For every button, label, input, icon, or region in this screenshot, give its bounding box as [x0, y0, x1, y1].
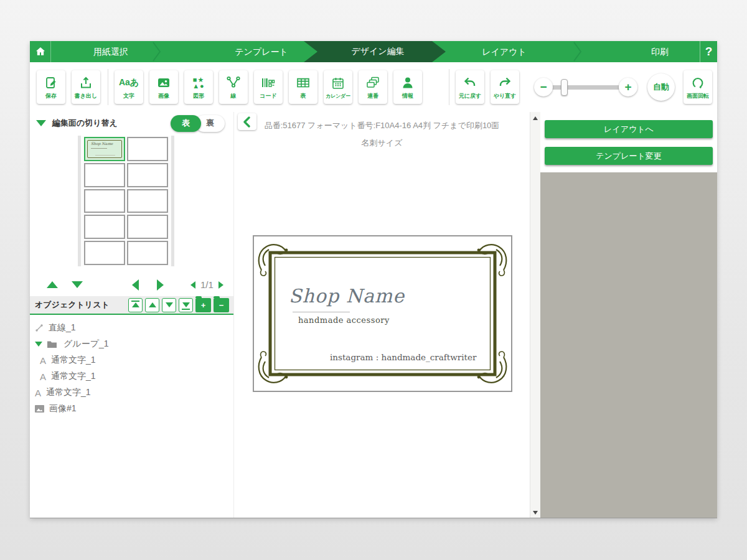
object-label: グループ_1 [63, 338, 109, 350]
shape-tool-button[interactable]: ■★▲● 図形 [184, 70, 213, 104]
rotate-view-button[interactable]: 画面回転 [684, 70, 712, 104]
mini-card-line [95, 155, 115, 156]
prev-page-icon[interactable] [190, 281, 195, 289]
group-remove-button[interactable]: − [214, 298, 229, 312]
redo-icon [497, 74, 512, 91]
group-expand-icon[interactable] [35, 342, 42, 347]
front-side-button[interactable]: 表 [171, 115, 201, 132]
card-subtitle[interactable]: handmade accessory [298, 315, 390, 325]
design-canvas[interactable]: 品番:51677 フォーマット番号:F10A4-16 A4判 フチまで印刷10面… [233, 112, 530, 518]
card-shop-name[interactable]: Shop Name [289, 285, 405, 307]
undo-button[interactable]: 元に戻す [456, 70, 484, 104]
info-tool-button[interactable]: 情報 [393, 70, 422, 104]
image-tool-icon [156, 74, 171, 91]
text-object-icon: A [35, 388, 41, 398]
bring-forward-button[interactable] [145, 298, 159, 312]
label-cell[interactable] [127, 241, 168, 265]
text-tool-label: 文字 [123, 92, 134, 100]
nav-step-print[interactable]: 印刷 [651, 41, 669, 62]
move-left-arrow-icon[interactable] [132, 279, 139, 291]
label-cell[interactable] [84, 163, 125, 187]
object-item-text[interactable]: A 通常文字_1 [30, 352, 233, 368]
object-list-title: オブジェクトリスト [35, 299, 110, 310]
label-cell[interactable] [127, 215, 168, 239]
object-item-text[interactable]: A 通常文字_1 [30, 385, 233, 401]
page-indicator: 1/1 [200, 279, 214, 290]
scroll-down-icon[interactable] [533, 511, 538, 515]
code-tool-label: コード [260, 92, 276, 100]
export-button[interactable]: 書き出し [72, 70, 100, 104]
move-right-arrow-icon[interactable] [157, 279, 164, 291]
move-up-arrow-icon[interactable] [47, 281, 58, 288]
serial-number-tool-button[interactable]: 連番 [359, 70, 387, 104]
send-backward-button[interactable] [162, 298, 176, 312]
home-button[interactable] [30, 41, 51, 62]
redo-label: やり直す [494, 92, 517, 100]
object-list-header: オブジェクトリスト + − [30, 296, 233, 315]
object-item-image[interactable]: 画像#1 [30, 401, 233, 417]
zoom-in-button[interactable]: + [619, 78, 637, 96]
label-cell[interactable] [84, 215, 125, 239]
collapse-section-icon[interactable] [36, 120, 46, 126]
undo-label: 元に戻す [459, 92, 481, 100]
step-nav: 用紙選択 テンプレート デザイン編集 レイアウト 印刷 ? [30, 41, 717, 62]
nav-step-paper[interactable]: 用紙選択 [93, 41, 128, 62]
home-icon [34, 45, 47, 58]
nav-step-design-active[interactable]: デザイン編集 [304, 41, 446, 62]
change-template-button[interactable]: テンプレート変更 [545, 147, 713, 165]
to-layout-button[interactable]: レイアウトへ [545, 120, 713, 138]
shape-tool-icon: ■★▲● [192, 74, 205, 91]
canvas-scrollbar[interactable] [530, 112, 540, 518]
label-cell[interactable] [127, 189, 168, 213]
line-tool-icon [226, 74, 241, 91]
label-cell-selected[interactable]: Shop Name [84, 137, 125, 161]
move-down-arrow-icon[interactable] [72, 281, 83, 288]
calendar-tool-button[interactable]: カレンダー [324, 70, 352, 104]
code-tool-button[interactable]: コード [254, 70, 283, 104]
label-cell[interactable] [127, 137, 168, 161]
label-cell[interactable] [127, 163, 168, 187]
chevron-left-icon [242, 116, 252, 128]
save-label: 保存 [45, 92, 57, 100]
nav-step-layout[interactable]: レイアウト [482, 41, 527, 62]
text-object-icon: A [40, 371, 46, 382]
image-tool-label: 画像 [158, 92, 169, 100]
toolbar-divider [108, 69, 108, 105]
calendar-icon [331, 75, 345, 92]
send-to-back-button[interactable] [179, 298, 193, 312]
object-label: 通常文字_1 [51, 355, 96, 366]
object-item-group[interactable]: グループ_1 [30, 336, 233, 352]
object-item-line[interactable]: 直線_1 [30, 320, 233, 336]
help-button[interactable]: ? [700, 41, 717, 62]
save-button[interactable]: 保存 [37, 70, 65, 104]
shape-tool-label: 図形 [193, 92, 204, 100]
business-card[interactable]: Shop Name handmade accessory instagram :… [253, 235, 512, 392]
zoom-out-button[interactable]: − [534, 78, 553, 96]
text-object-icon: A [40, 355, 46, 366]
zoom-slider[interactable] [551, 85, 621, 90]
bring-to-front-button[interactable] [128, 298, 143, 312]
line-tool-button[interactable]: 線 [219, 70, 248, 104]
serial-number-icon [365, 74, 380, 91]
collapse-panel-button[interactable] [238, 113, 256, 130]
object-order-buttons: + − [128, 298, 229, 312]
card-instagram-text[interactable]: instagram : handmade_craftwriter [330, 352, 476, 362]
table-tool-button[interactable]: 表 [289, 70, 317, 104]
page-nav: 1/1 [190, 279, 223, 290]
scroll-up-icon[interactable] [533, 116, 538, 120]
step-separator-icon [152, 41, 162, 62]
auto-zoom-button[interactable]: 自動 [647, 73, 675, 101]
text-tool-button[interactable]: Aaあ 文字 [115, 70, 143, 104]
object-item-text[interactable]: A 通常文字_1 [30, 368, 233, 385]
zoom-slider-handle[interactable] [561, 79, 568, 96]
label-cell[interactable] [84, 189, 125, 213]
image-tool-button[interactable]: 画像 [149, 70, 178, 104]
card-underline [293, 312, 350, 312]
object-label: 画像#1 [49, 403, 77, 414]
nav-step-template[interactable]: テンプレート [235, 41, 288, 62]
next-page-icon[interactable] [218, 281, 223, 289]
group-add-button[interactable]: + [195, 298, 211, 312]
object-list: 直線_1 グループ_1 A 通常文字_1 A 通常文字_1 [30, 320, 233, 417]
redo-button[interactable]: やり直す [491, 70, 519, 104]
label-cell[interactable] [84, 241, 125, 265]
